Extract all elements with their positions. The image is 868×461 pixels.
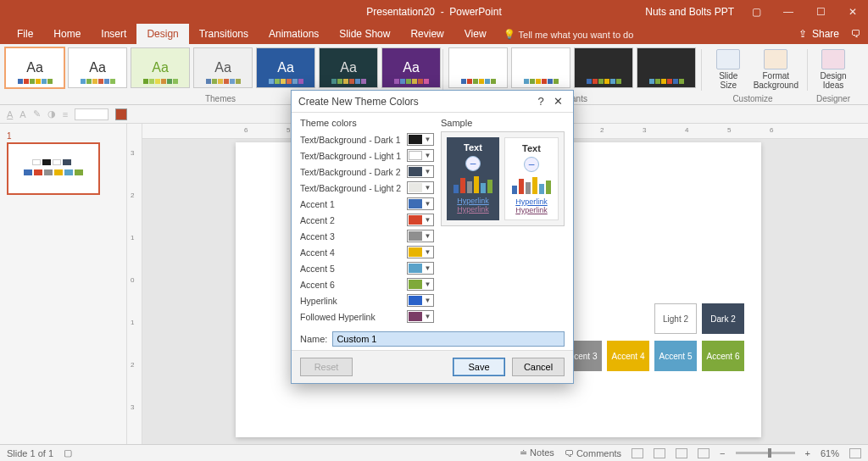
color-tile[interactable]: Accent 4 <box>607 341 649 371</box>
theme-card[interactable]: Aa <box>131 47 190 88</box>
theme-card[interactable]: Aa <box>381 47 441 88</box>
minimize-button[interactable]: — <box>778 6 798 18</box>
slide-thumbnails[interactable]: 1 <box>0 124 127 444</box>
color-tile[interactable]: Dark 2 <box>702 303 744 334</box>
normal-view-icon[interactable] <box>632 448 643 458</box>
tell-me-label: Tell me what you want to do <box>519 30 634 40</box>
variant-card[interactable] <box>448 47 508 88</box>
theme-card[interactable]: Aa <box>5 47 64 88</box>
share-button[interactable]: Share <box>812 28 839 40</box>
cancel-button[interactable]: Cancel <box>512 358 565 376</box>
color-picker-button[interactable]: ▼ <box>407 149 434 162</box>
dialog-titlebar[interactable]: Create New Theme Colors ? ✕ <box>292 91 573 113</box>
close-window-button[interactable]: ✕ <box>843 6 863 18</box>
zoom-in-button[interactable]: + <box>805 448 810 458</box>
ribbon-divider <box>442 49 443 91</box>
maximize-button[interactable]: ☐ <box>810 6 831 18</box>
theme-name-input[interactable] <box>332 331 565 347</box>
variant-card[interactable] <box>574 47 633 88</box>
design-ideas-icon <box>821 49 845 69</box>
save-button[interactable]: Save <box>453 358 505 376</box>
zoom-out-button[interactable]: − <box>720 448 725 458</box>
tab-design[interactable]: Design <box>136 24 188 44</box>
sample-followed-hyperlink: Hyperlink <box>507 206 556 214</box>
sample-dark: Text – Hyperlink Hyperlink <box>447 137 499 220</box>
theme-color-row: Text/Background - Light 2▼ <box>300 180 434 196</box>
tab-slideshow[interactable]: Slide Show <box>329 24 400 44</box>
chevron-down-icon: ▼ <box>422 232 433 240</box>
font-size-icon[interactable]: A <box>19 109 25 119</box>
dialog-close-button[interactable]: ✕ <box>549 95 566 108</box>
share-icon: ⇪ <box>798 28 807 40</box>
variant-card[interactable] <box>637 47 696 88</box>
color-label: Text/Background - Dark 2 <box>300 167 403 177</box>
effects-icon[interactable]: ◑ <box>47 108 56 119</box>
comments-pane-icon[interactable]: 🗨 <box>851 28 861 40</box>
color-picker-button[interactable]: ▼ <box>407 230 434 242</box>
align-icon[interactable]: ≡ <box>63 109 68 119</box>
sample-preview: Text – Hyperlink Hyperlink Text – <box>441 131 565 226</box>
theme-card[interactable]: Aa <box>68 47 127 88</box>
dialog-help-button[interactable]: ? <box>532 95 549 108</box>
reading-view-icon[interactable] <box>676 448 687 458</box>
app-name: PowerPoint <box>449 6 501 18</box>
ribbon-options-icon[interactable]: ▢ <box>746 6 766 18</box>
chevron-down-icon: ▼ <box>422 136 433 143</box>
color-picker-button[interactable]: ▼ <box>407 133 434 146</box>
tab-home[interactable]: Home <box>43 24 91 44</box>
dialog-title: Create New Theme Colors <box>298 96 419 108</box>
tab-transitions[interactable]: Transitions <box>189 24 259 44</box>
designer-group-label: Designer <box>810 94 857 103</box>
name-label: Name: <box>300 334 327 344</box>
comments-button[interactable]: 🗨 Comments <box>565 448 621 458</box>
variant-card[interactable] <box>511 47 570 88</box>
theme-color-row: Accent 6▼ <box>300 276 434 292</box>
color-tile[interactable]: Accent 6 <box>702 341 744 371</box>
theme-color-row: Text/Background - Light 1▼ <box>300 147 434 164</box>
theme-card[interactable]: Aa <box>193 47 253 88</box>
notes-button[interactable]: ≐ Notes <box>520 447 554 458</box>
tell-me[interactable]: 💡 Tell me what you want to do <box>504 29 634 44</box>
tab-review[interactable]: Review <box>400 24 453 44</box>
bold-icon[interactable]: ✎ <box>33 108 41 119</box>
sorter-view-icon[interactable] <box>654 448 665 458</box>
chevron-down-icon: ▼ <box>422 248 433 256</box>
font-color-icon[interactable]: A <box>7 109 13 119</box>
theme-card[interactable]: Aa <box>256 47 315 88</box>
tab-view[interactable]: View <box>454 24 497 44</box>
color-tile[interactable]: Accent 5 <box>654 341 697 371</box>
color-picker-button[interactable]: ▼ <box>407 214 434 226</box>
zoom-level[interactable]: 61% <box>821 448 839 458</box>
sample-shape-icon: – <box>524 157 539 172</box>
slide-size-button[interactable]: Slide Size <box>707 47 750 92</box>
color-label: Text/Background - Dark 1 <box>300 135 403 145</box>
fill-color-swatch[interactable] <box>115 108 127 120</box>
zoom-slider[interactable] <box>736 452 795 454</box>
theme-card[interactable]: Aa <box>319 47 378 88</box>
color-picker-button[interactable]: ▼ <box>407 181 434 194</box>
color-label: Text/Background - Light 1 <box>300 151 403 161</box>
color-picker-button[interactable]: ▼ <box>407 262 434 275</box>
color-picker-button[interactable]: ▼ <box>407 246 434 258</box>
theme-colors-header: Theme colors <box>300 118 434 128</box>
design-ideas-button[interactable]: Design Ideas <box>813 47 854 92</box>
color-tile[interactable]: Light 2 <box>654 303 697 334</box>
tab-file[interactable]: File <box>7 24 43 44</box>
tab-animations[interactable]: Animations <box>259 24 329 44</box>
slide-thumbnail[interactable] <box>7 142 100 195</box>
color-picker-button[interactable]: ▼ <box>407 197 434 210</box>
fit-to-window-icon[interactable] <box>849 448 861 458</box>
color-picker-button[interactable]: ▼ <box>407 310 434 323</box>
account-name[interactable]: Nuts and Bolts PPT <box>645 6 734 18</box>
format-background-button[interactable]: Format Background <box>754 47 798 92</box>
slideshow-view-icon[interactable] <box>698 448 709 458</box>
reset-button[interactable]: Reset <box>300 358 353 376</box>
color-picker-button[interactable]: ▼ <box>407 165 434 178</box>
color-picker-button[interactable]: ▼ <box>407 278 434 291</box>
tab-insert[interactable]: Insert <box>91 24 136 44</box>
style-selector[interactable] <box>75 108 108 120</box>
spellcheck-icon[interactable]: ▢ <box>64 447 72 458</box>
color-label: Accent 2 <box>300 215 403 225</box>
color-label: Accent 4 <box>300 247 403 258</box>
color-picker-button[interactable]: ▼ <box>407 294 434 307</box>
